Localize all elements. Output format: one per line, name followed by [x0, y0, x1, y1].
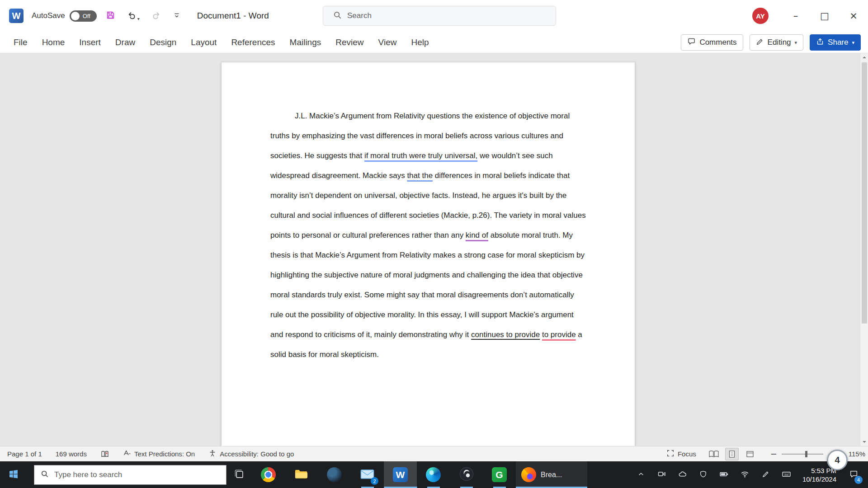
repeated-word-flagged-text[interactable]: to provide: [542, 330, 576, 339]
save-button[interactable]: [103, 8, 118, 24]
text-predictions-icon: [123, 449, 131, 459]
taskbar-item-dark-app[interactable]: [450, 461, 483, 488]
editing-mode-button[interactable]: Editing ▾: [750, 34, 804, 51]
file-explorer-icon: [294, 468, 308, 481]
tab-draw[interactable]: Draw: [108, 33, 142, 52]
document-canvas: J.L. Mackie’s Argument from Relativity q…: [0, 53, 868, 446]
scroll-down-button[interactable]: [860, 438, 868, 446]
tray-show-hidden-icons-button[interactable]: [631, 461, 651, 488]
battery-icon: [719, 469, 729, 480]
task-view-button[interactable]: [226, 461, 252, 488]
paragraph[interactable]: J.L. Mackie’s Argument from Relativity q…: [222, 62, 635, 365]
text-predictions-label: Text Predictions: On: [134, 450, 195, 458]
autosave-toggle[interactable]: Off: [70, 10, 97, 22]
minimize-button[interactable]: –: [781, 0, 810, 32]
ribbon-tab-row: File Home Insert Draw Design Layout Refe…: [0, 32, 868, 53]
maximize-button[interactable]: □: [810, 0, 839, 32]
zoom-slider[interactable]: [782, 454, 823, 455]
tab-mailings[interactable]: Mailings: [283, 33, 329, 52]
share-button[interactable]: Share ▾: [810, 34, 861, 51]
tab-file[interactable]: File: [6, 33, 35, 52]
grammarly-icon: G: [492, 467, 507, 482]
page-number-indicator[interactable]: Page 1 of 1: [7, 450, 42, 458]
scrollbar-thumb[interactable]: [862, 62, 867, 324]
search-icon: [333, 11, 342, 21]
zoom-out-button[interactable]: −: [767, 449, 781, 459]
tray-security-button[interactable]: [693, 461, 714, 488]
proofing-errors-icon[interactable]: [100, 450, 109, 459]
tab-insert[interactable]: Insert: [72, 33, 108, 52]
scroll-up-button[interactable]: [860, 53, 868, 61]
tab-layout[interactable]: Layout: [184, 33, 224, 52]
tray-meet-now-button[interactable]: [651, 461, 672, 488]
tab-home[interactable]: Home: [35, 33, 72, 52]
tray-onedrive-button[interactable]: [672, 461, 693, 488]
document-page[interactable]: J.L. Mackie’s Argument from Relativity q…: [221, 62, 635, 446]
grammarly-widget[interactable]: 4: [827, 450, 848, 470]
tab-view[interactable]: View: [371, 33, 404, 52]
word-app-icon[interactable]: W: [9, 9, 24, 23]
refinement-flagged-text[interactable]: kind of: [466, 231, 488, 239]
windows-taskbar: Type here to search 2 W G Brea...: [0, 461, 868, 488]
customize-quick-access-toolbar-button[interactable]: [170, 9, 184, 23]
redo-button[interactable]: [149, 8, 164, 24]
chevron-down-icon: ▾: [852, 40, 854, 46]
zoom-slider-thumb[interactable]: [805, 451, 807, 457]
taskbar-window-label: Brea...: [541, 471, 562, 479]
taskbar-item-mail[interactable]: 2: [351, 461, 384, 488]
ribbon-right-controls: Comments Editing ▾ Share ▾: [681, 34, 861, 51]
web-layout-button[interactable]: [743, 448, 757, 460]
word-icon: W: [393, 467, 408, 482]
comments-button[interactable]: Comments: [681, 34, 743, 51]
word-titlebar: W AutoSave Off ▾ Document1 - Word Search…: [0, 0, 868, 32]
print-layout-button[interactable]: [725, 448, 739, 460]
edge-icon: [426, 467, 441, 482]
grammar-flagged-text[interactable]: that the: [407, 171, 433, 180]
browser-flame-icon: [521, 467, 536, 482]
focus-mode-button[interactable]: Focus: [666, 449, 696, 459]
redo-icon: [151, 10, 161, 21]
search-icon: [41, 470, 49, 480]
tray-pen-button[interactable]: [755, 461, 776, 488]
word-count-indicator[interactable]: 169 words: [56, 450, 87, 458]
taskbar-item-brea-window[interactable]: Brea...: [516, 461, 587, 488]
steam-icon: [327, 467, 342, 482]
taskbar-item-chrome[interactable]: [252, 461, 285, 488]
start-button[interactable]: [0, 461, 27, 488]
tab-help[interactable]: Help: [404, 33, 436, 52]
read-mode-button[interactable]: [707, 448, 721, 460]
undo-dropdown-icon[interactable]: ▾: [137, 16, 140, 21]
grammar-flagged-text[interactable]: if moral truth were truly universal,: [364, 151, 477, 160]
underlined-text[interactable]: continues to provide: [471, 330, 540, 339]
vertical-scrollbar[interactable]: [860, 53, 868, 446]
close-button[interactable]: ×: [839, 0, 868, 32]
focus-icon: [666, 449, 675, 459]
undo-button[interactable]: ▾: [124, 8, 142, 24]
taskbar-item-edge[interactable]: [417, 461, 450, 488]
text-predictions-indicator[interactable]: Text Predictions: On: [123, 449, 195, 459]
search-box[interactable]: Search: [323, 6, 556, 26]
taskbar-search-box[interactable]: Type here to search: [34, 465, 226, 485]
zoom-level[interactable]: 115%: [844, 450, 865, 458]
focus-label: Focus: [678, 450, 696, 458]
tray-touch-keyboard-button[interactable]: [776, 461, 797, 488]
accessibility-indicator[interactable]: Accessibility: Good to go: [208, 449, 294, 459]
tray-wifi-button[interactable]: [735, 461, 755, 488]
tab-review[interactable]: Review: [328, 33, 371, 52]
account-avatar[interactable]: AY: [752, 8, 769, 24]
pencil-icon: [756, 38, 764, 48]
taskbar-item-file-explorer[interactable]: [285, 461, 318, 488]
toggle-knob-icon: [71, 12, 80, 20]
chevron-down-icon: ▾: [795, 40, 797, 46]
share-label: Share: [828, 38, 848, 47]
chrome-icon: [261, 467, 276, 482]
taskbar-item-steam[interactable]: [318, 461, 351, 488]
grammarly-suggestion-count: 4: [835, 455, 840, 465]
pen-icon: [761, 470, 770, 480]
tab-references[interactable]: References: [224, 33, 282, 52]
tray-battery-button[interactable]: [714, 461, 735, 488]
tab-design[interactable]: Design: [142, 33, 184, 52]
text-run: differences in moral beliefs indicate th…: [270, 171, 586, 239]
taskbar-item-word[interactable]: W: [384, 461, 417, 488]
taskbar-item-grammarly[interactable]: G: [483, 461, 516, 488]
